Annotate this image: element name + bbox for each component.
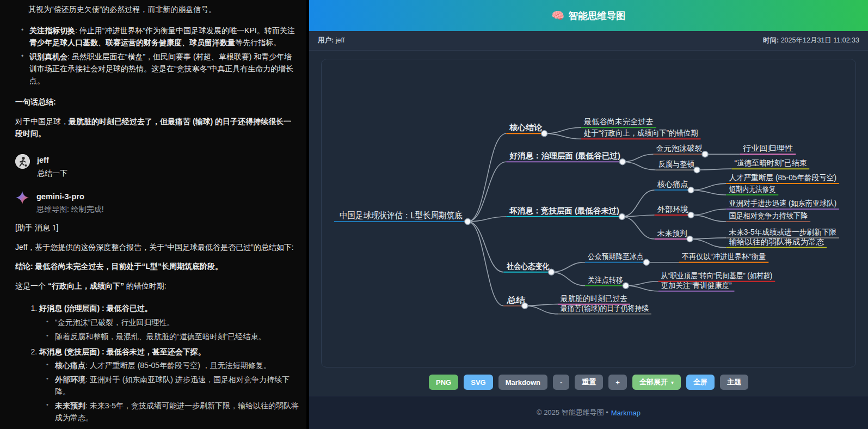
mindmap-collapse-circle[interactable] [549, 269, 555, 275]
app-main: 中国足球现状评估：L型长周期筑底 核心结论 最低谷尚未完全过去 处于“行政向上，… [309, 51, 868, 388]
mindmap-node-label[interactable]: 外部环境 [657, 205, 688, 213]
mindmap-collapse-circle[interactable] [522, 303, 528, 309]
mindmap-node-label[interactable]: 处于“行政向上，成绩向下”的错位期 [583, 128, 698, 137]
sub-item-term: 外部环境 [55, 375, 85, 384]
app-footer: © 2025 智能思维导图 • Markmap [309, 396, 868, 429]
assistant-conclusion: 结论: 最低谷尚未完全过去，目前处于“L型”长周期筑底阶段。 [15, 261, 299, 273]
summary-text: 对于中国足球， [15, 117, 69, 126]
mindmap-link [690, 239, 727, 248]
mindmap-link [622, 217, 655, 239]
mindmap-canvas[interactable]: 中国足球现状评估：L型长周期筑底 核心结论 最低谷尚未完全过去 处于“行政向上，… [321, 59, 856, 367]
period-bold: “行政向上，成绩向下” [48, 281, 124, 290]
mindmap-node-label[interactable]: 反腐与整顿 [658, 160, 695, 168]
assistant-message-header: gemini-3-pro 思维导图: 绘制完成! [15, 191, 299, 216]
mindmap-node-label[interactable]: 行业回归理性 [742, 144, 793, 152]
mindmap-node-label[interactable]: 核心结论 [509, 123, 542, 132]
mindmap-node-label[interactable]: 最痛苦(输球)的日子仍将持续 [560, 304, 649, 312]
mindmap-node-label[interactable]: 最低谷尚未完全过去 [583, 117, 654, 126]
mindmap-node-label[interactable]: 中国足球现状评估：L型长周期筑底 [340, 211, 463, 220]
sub-list-item: 外部环境: 亚洲对手 (如东南亚球队) 进步迅速，国足相对竞争力持续下降。 [46, 374, 299, 398]
mindmap-node-label[interactable]: 关注点转移 [588, 275, 623, 284]
mindmap-collapse-circle[interactable] [694, 167, 700, 173]
mindmap-collapse-circle[interactable] [643, 259, 649, 265]
mindmap-node-label[interactable]: 最肮脏的时刻已过去 [560, 294, 627, 303]
mindmap-node-label[interactable]: 更加关注“青训健康度” [661, 281, 732, 290]
mindmap-node-label[interactable]: 短期内无法修复 [729, 185, 775, 193]
mindmap-collapse-circle[interactable] [687, 236, 693, 242]
export-svg-button[interactable]: SVG [464, 375, 493, 390]
mindmap-node-label[interactable]: 公众预期降至冰点 [588, 252, 644, 261]
bullet-term: 关注指标切换 [29, 26, 75, 35]
markmap-link[interactable]: Markmap [611, 409, 641, 417]
mindmap-collapse-circle[interactable] [619, 213, 625, 219]
mindmap-collapse-circle[interactable] [541, 131, 547, 137]
user-message: jeff 总结一下 [15, 154, 299, 180]
mindmap-node-label[interactable]: 核心痛点 [657, 180, 688, 188]
mindmap-node-label[interactable]: 国足相对竞争力持续下降 [729, 211, 808, 220]
assistant-period: 这是一个 “行政向上，成绩向下” 的错位时期: [15, 280, 299, 292]
mindmap-node-label[interactable]: 亚洲对手进步迅速 (如东南亚球队) [729, 199, 836, 207]
user-name: jeff [37, 155, 67, 166]
list-item: 社会心态变化: 公众预期已降至冰点，不再通过“冲进世界杯”来衡量一切。 关注点正… [39, 427, 299, 429]
user-message-body: jeff 总结一下 [37, 154, 67, 180]
mindmap-node-label[interactable]: 社会心态变化 [506, 262, 549, 271]
mindmap-link [622, 190, 655, 217]
mindmap-node-label[interactable]: “道德至暗时刻”已结束 [734, 158, 807, 167]
zoom-in-button[interactable]: + [608, 375, 627, 390]
chat-panel: 其视为“偿还历史欠债”的必然过程，而非新的崩盘信号。 关注指标切换: 停止用“冲… [0, 0, 306, 429]
mindmap-node-label[interactable]: 输给以往的弱队将成为常态 [729, 237, 824, 246]
sub-list: “金元泡沫”已破裂，行业回归理性。 随着反腐和整顿，最混乱、最肮脏的“道德至暗时… [39, 317, 299, 343]
user-label: 用户: [318, 36, 334, 44]
mindmap-node-label[interactable]: 好消息：治理层面 (最低谷已过) [509, 151, 620, 160]
sub-list-item: 未来预判: 未来3-5年，竞技成绩可能进一步刷新下限，输给以往的弱队将成为常态。 [46, 400, 299, 424]
zoom-out-button[interactable]: - [553, 375, 569, 390]
user-text: 总结一下 [37, 168, 67, 180]
reset-button[interactable]: 重置 [575, 375, 603, 390]
sub-list-item: “金元泡沫”已破裂，行业回归理性。 [46, 317, 299, 329]
export-markdown-button[interactable]: Markdown [498, 375, 547, 390]
bullet-text: 等先行指标。 [235, 38, 281, 47]
bullet-item: 识别真机会: 虽然职业层面在“横盘”，但民间赛事 (村超、草根联赛) 和青少年培… [21, 51, 299, 87]
mindmap-link [525, 304, 558, 306]
mindmap-node-label[interactable]: 未来预判 [657, 229, 687, 237]
sub-item-term: 核心痛点 [55, 361, 85, 370]
soccer-player-icon [15, 154, 30, 169]
mindmap-collapse-circle[interactable] [688, 187, 694, 193]
mindmap-collapse-circle[interactable] [465, 218, 471, 224]
sub-list-item: 随着反腐和整顿，最混乱、最肮脏的“道德至暗时刻”已经结束。 [46, 331, 299, 343]
time-label: 时间: [763, 36, 779, 44]
sub-list: 核心痛点: 人才严重断层 (85-05年龄段亏空) ，且无法短期修复。 外部环境… [39, 360, 299, 424]
bullet-text: : 停止用“冲进世界杯”作为衡量中国足球发展的唯一KPI。转而关注 [75, 26, 295, 35]
mindmap-link [623, 154, 654, 162]
sub-item-text: : 未来3-5年，竞技成绩可能进一步刷新下限，输给以往的弱队将成为常态。 [55, 401, 299, 422]
mindmap-node-label[interactable]: 不再仅以“冲进世界杯”衡量 [682, 252, 766, 261]
mindmap-node-label[interactable]: 总结 [506, 296, 526, 304]
mindmap-link [623, 162, 656, 170]
theme-button[interactable]: 主题 [720, 375, 748, 390]
mindmap-node-label[interactable]: 人才严重断层 (85-05年龄段亏空) [729, 173, 836, 182]
time-info: 时间: 2025年12月31日 11:02:33 [763, 36, 859, 45]
bullet-term: 识别真机会 [29, 52, 67, 61]
expand-all-button[interactable]: 全部展开▾ [632, 375, 681, 390]
mindmap-link [467, 133, 506, 222]
mindmap-link [626, 286, 658, 291]
bullet-list: 关注指标切换: 停止用“冲进世界杯”作为衡量中国足球发展的唯一KPI。转而关注青… [15, 22, 299, 90]
page: 其视为“偿还历史欠债”的必然过程，而非新的崩盘信号。 关注指标切换: 停止用“冲… [0, 0, 868, 429]
mindmap-link [691, 215, 727, 222]
period-text: 这是一个 [15, 281, 48, 290]
mindmap-node-label[interactable]: 坏消息：竞技层面 (最低谷未过) [509, 206, 619, 215]
mindmap-collapse-circle[interactable] [623, 283, 629, 289]
mindmap-link [525, 306, 558, 314]
mindmap-collapse-circle[interactable] [702, 151, 708, 157]
clipped-paragraph: 其视为“偿还历史欠债”的必然过程，而非新的崩盘信号。 [15, 4, 299, 16]
mindmap-collapse-circle[interactable] [619, 159, 625, 165]
mindmap-collapse-circle[interactable] [688, 212, 694, 218]
mindmap-node-label[interactable]: 金元泡沫破裂 [656, 144, 703, 152]
mindmap-node-label[interactable]: 从“职业顶层”转向“民间基层” (如村超) [661, 271, 773, 280]
mindmap-link [690, 238, 727, 239]
mindmap-link [691, 183, 727, 190]
mindmap-node-label[interactable]: 未来3-5年成绩或进一步刷新下限 [729, 228, 836, 236]
fullscreen-button[interactable]: 全屏 [686, 375, 715, 390]
export-png-button[interactable]: PNG [429, 375, 458, 390]
mindmap-app-panel: 🧠 智能思维导图 用户: jeff 时间: 2025年12月31日 11:02:… [306, 0, 868, 429]
